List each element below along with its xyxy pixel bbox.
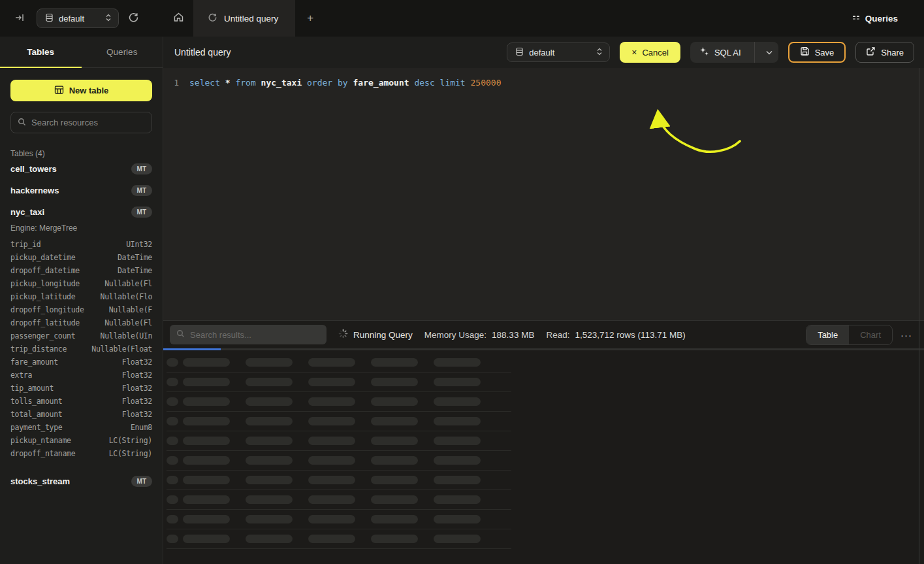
skeleton-cell: [167, 417, 178, 425]
view-tab-table[interactable]: Table: [806, 325, 849, 344]
home-button[interactable]: [163, 0, 193, 37]
new-table-button[interactable]: New table: [10, 80, 152, 101]
skeleton-cell: [167, 437, 178, 445]
column-name: tip_amount: [10, 382, 54, 395]
chevron-down-icon[interactable]: [760, 50, 778, 55]
schema-column-row: pickup_ntanameLC(String): [10, 434, 152, 447]
collapse-sidebar-button[interactable]: [14, 12, 25, 25]
save-label: Save: [815, 48, 835, 58]
database-selector[interactable]: default: [37, 8, 119, 28]
save-button[interactable]: Save: [788, 42, 846, 63]
column-name: trip_id: [10, 238, 40, 251]
engine-badge: MT: [131, 163, 152, 174]
sidebar-tab-tables[interactable]: Tables: [0, 37, 82, 67]
chevron-updown-icon: [596, 47, 603, 58]
search-icon: [176, 329, 185, 340]
skeleton-cell: [246, 535, 293, 543]
skeleton-cell: [308, 476, 355, 484]
skeleton-cell: [434, 535, 481, 543]
skeleton-cell: [167, 495, 178, 504]
tab-title: Untitled query: [224, 14, 278, 24]
table-item-stocks-stream[interactable]: stocks_stream MT: [10, 471, 152, 492]
results-search-input[interactable]: [190, 330, 320, 340]
skeleton-cell: [246, 437, 293, 445]
results-skeleton: [163, 350, 924, 549]
sidebar: Tables Queries New table: [0, 37, 163, 564]
skeleton-cell: [183, 515, 230, 523]
skeleton-cell: [183, 397, 230, 406]
skeleton-cell: [371, 476, 418, 484]
memory-usage-label: Memory Usage:: [424, 330, 486, 340]
view-toggle: Table Chart: [806, 325, 893, 345]
skeleton-row: [167, 529, 511, 549]
schema-column-row: dropoff_datetimeDateTime: [10, 264, 152, 277]
skeleton-cell: [371, 358, 418, 367]
skeleton-cell: [183, 535, 230, 543]
share-label: Share: [881, 48, 904, 58]
tab-untitled-query[interactable]: Untitled query: [193, 0, 295, 37]
view-tab-chart[interactable]: Chart: [849, 325, 892, 344]
skeleton-cell: [183, 417, 230, 425]
queries-link[interactable]: Queries: [852, 0, 924, 37]
scrollbar[interactable]: [919, 68, 919, 564]
cancel-button[interactable]: × Cancel: [620, 42, 680, 63]
table-grid-icon: [54, 85, 64, 97]
query-database-selector[interactable]: default: [507, 42, 610, 62]
skeleton-cell: [246, 515, 293, 523]
sql-editor[interactable]: 1 select * from nyc_taxi order by fare_a…: [163, 68, 924, 320]
skeleton-cell: [183, 358, 230, 367]
more-options-button[interactable]: ···: [900, 329, 912, 340]
database-icon: [515, 47, 524, 58]
annotation-arrow: [643, 95, 754, 167]
sql-token: from: [235, 78, 261, 88]
read-value: 1,523,712 rows (113.71 MB): [575, 330, 685, 340]
results-panel: Running Query Memory Usage: 188.33 MB Re…: [163, 320, 924, 564]
skeleton-cell: [371, 495, 418, 504]
skeleton-cell: [308, 397, 355, 406]
column-type: Float32: [122, 369, 152, 382]
sql-token: fare_amount: [353, 78, 415, 88]
table-item-cell-towers[interactable]: cell_towers MT: [10, 158, 152, 180]
column-name: fare_amount: [10, 356, 58, 369]
skeleton-row: [167, 373, 511, 392]
refresh-button[interactable]: [128, 12, 139, 25]
query-running-icon: [208, 12, 217, 24]
skeleton-cell: [434, 476, 481, 484]
share-button[interactable]: Share: [855, 42, 914, 63]
column-type: Float32: [122, 395, 152, 408]
column-type: Nullable(Flo: [101, 290, 152, 303]
header-actions: default × Cancel: [507, 42, 914, 63]
skeleton-cell: [167, 535, 178, 543]
schema-column-row: trip_idUInt32: [10, 238, 152, 251]
table-name: nyc_taxi: [10, 207, 44, 217]
sql-token: *: [225, 78, 236, 88]
skeleton-row: [167, 353, 511, 373]
skeleton-cell: [167, 397, 178, 406]
sidebar-tab-queries[interactable]: Queries: [82, 37, 163, 67]
column-name: pickup_longitude: [10, 277, 80, 290]
column-name: trip_distance: [10, 342, 67, 356]
sql-line-code: select * from nyc_taxi order by fare_amo…: [189, 76, 501, 90]
resource-search-input[interactable]: [31, 118, 146, 127]
spinner-icon: [338, 329, 348, 341]
skeleton-cell: [434, 437, 481, 445]
skeleton-cell: [434, 358, 481, 367]
skeleton-row: [167, 471, 511, 490]
new-tab-button[interactable]: +: [295, 0, 325, 37]
skeleton-cell: [308, 437, 355, 445]
table-item-nyc-taxi[interactable]: nyc_taxi MT: [10, 201, 152, 223]
search-icon: [18, 117, 26, 129]
refresh-icon: [128, 12, 139, 25]
queries-icon: [852, 14, 860, 24]
column-name: dropoff_ntaname: [10, 447, 75, 460]
table-name: cell_towers: [10, 164, 57, 174]
skeleton-cell: [183, 456, 230, 465]
skeleton-cell: [308, 515, 355, 523]
skeleton-cell: [434, 515, 481, 523]
skeleton-cell: [308, 535, 355, 543]
sql-ai-button[interactable]: SQL AI: [690, 42, 778, 63]
line-number: 1: [163, 76, 179, 90]
skeleton-cell: [246, 378, 293, 386]
engine-badge: MT: [131, 185, 152, 196]
table-item-hackernews[interactable]: hackernews MT: [10, 180, 152, 201]
